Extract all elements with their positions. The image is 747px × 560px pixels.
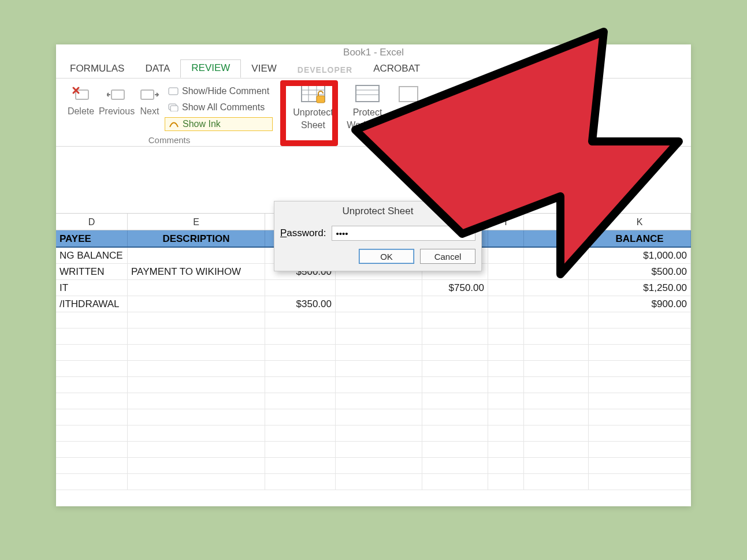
cell[interactable]: [589, 474, 691, 490]
cell[interactable]: [128, 458, 265, 473]
cell[interactable]: [589, 328, 691, 344]
cell[interactable]: [422, 458, 488, 473]
cell[interactable]: [128, 409, 265, 425]
cell[interactable]: [488, 248, 524, 263]
col-header-E[interactable]: E: [128, 214, 265, 230]
cell[interactable]: IT: [56, 280, 128, 296]
cell[interactable]: [524, 280, 589, 296]
cell[interactable]: [488, 296, 524, 312]
cell[interactable]: [422, 425, 488, 441]
cell[interactable]: [524, 393, 589, 409]
header-payee[interactable]: PAYEE: [56, 230, 128, 247]
cell[interactable]: [524, 377, 589, 393]
cell[interactable]: [589, 377, 691, 393]
cell[interactable]: [488, 280, 524, 296]
cell[interactable]: [524, 474, 589, 490]
cell[interactable]: [56, 474, 128, 490]
cell[interactable]: [265, 458, 336, 473]
cell[interactable]: [422, 345, 488, 360]
cell[interactable]: [488, 409, 524, 425]
cell[interactable]: [265, 425, 336, 441]
next-comment-button[interactable]: Next: [135, 83, 165, 117]
cell[interactable]: [336, 474, 422, 490]
cell[interactable]: $500.00: [589, 264, 691, 279]
cell[interactable]: [422, 393, 488, 409]
cell[interactable]: PAYMENT TO WIKIHOW: [128, 264, 265, 279]
cell[interactable]: [488, 345, 524, 360]
delete-comment-button[interactable]: Delete: [63, 83, 99, 117]
cell[interactable]: [422, 312, 488, 328]
cell[interactable]: [56, 312, 128, 328]
cell[interactable]: [488, 377, 524, 393]
dialog-help-icon[interactable]: ?: [438, 205, 451, 225]
cell[interactable]: [488, 425, 524, 441]
cell[interactable]: [524, 409, 589, 425]
cell[interactable]: [265, 377, 336, 393]
cell[interactable]: [336, 312, 422, 328]
col-header-I[interactable]: I: [488, 214, 524, 230]
tab-review[interactable]: REVIEW: [180, 59, 241, 78]
cell[interactable]: [524, 248, 589, 263]
cell[interactable]: [56, 345, 128, 360]
cell[interactable]: [524, 458, 589, 473]
col-header-K[interactable]: K: [589, 214, 691, 230]
cell[interactable]: [589, 312, 691, 328]
cell[interactable]: [422, 442, 488, 457]
cell[interactable]: [265, 280, 336, 296]
cell[interactable]: [336, 328, 422, 344]
ok-button[interactable]: OK: [359, 249, 414, 264]
protect-workbook-button[interactable]: Protect Workbook: [343, 82, 392, 130]
show-hide-comment-button[interactable]: Show/Hide Comment: [165, 85, 273, 98]
cell[interactable]: [128, 328, 265, 344]
header-j[interactable]: IN: [524, 230, 589, 247]
cell[interactable]: [128, 312, 265, 328]
dialog-close-button[interactable]: ✕: [455, 203, 480, 218]
cell[interactable]: [488, 264, 524, 279]
cell[interactable]: [56, 409, 128, 425]
cell[interactable]: [488, 474, 524, 490]
cancel-button[interactable]: Cancel: [420, 249, 475, 264]
col-header-D[interactable]: D: [56, 214, 128, 230]
cell[interactable]: [128, 296, 265, 312]
tab-formulas[interactable]: FORMULAS: [60, 61, 135, 78]
header-balance[interactable]: BALANCE: [589, 230, 691, 247]
cell[interactable]: [128, 248, 265, 263]
cell[interactable]: [524, 264, 589, 279]
cell[interactable]: [524, 296, 589, 312]
tab-data[interactable]: DATA: [135, 61, 180, 78]
cell[interactable]: [336, 361, 422, 376]
cell[interactable]: [336, 458, 422, 473]
cell[interactable]: [265, 361, 336, 376]
cell[interactable]: [524, 425, 589, 441]
cell[interactable]: [589, 425, 691, 441]
cell[interactable]: [488, 361, 524, 376]
cell[interactable]: [589, 393, 691, 409]
cell[interactable]: [56, 377, 128, 393]
cell[interactable]: [589, 345, 691, 360]
cell[interactable]: [336, 377, 422, 393]
header-description[interactable]: DESCRIPTION: [128, 230, 265, 247]
cell[interactable]: [265, 312, 336, 328]
cell[interactable]: [422, 328, 488, 344]
cell[interactable]: [336, 409, 422, 425]
cell[interactable]: [336, 345, 422, 360]
cell[interactable]: NG BALANCE: [56, 248, 128, 263]
cell[interactable]: [56, 393, 128, 409]
cell[interactable]: [589, 458, 691, 473]
cell[interactable]: [128, 280, 265, 296]
cell[interactable]: [336, 393, 422, 409]
cell[interactable]: [265, 442, 336, 457]
cell[interactable]: [488, 458, 524, 473]
cell[interactable]: [265, 345, 336, 360]
cell[interactable]: [265, 409, 336, 425]
header-i[interactable]: [488, 230, 524, 247]
cell[interactable]: [524, 361, 589, 376]
cell[interactable]: [524, 442, 589, 457]
cell[interactable]: [422, 474, 488, 490]
cell[interactable]: [56, 458, 128, 473]
cell[interactable]: [128, 425, 265, 441]
cell[interactable]: [128, 361, 265, 376]
cell[interactable]: [128, 377, 265, 393]
col-header-J[interactable]: [524, 214, 589, 230]
cell[interactable]: [336, 425, 422, 441]
